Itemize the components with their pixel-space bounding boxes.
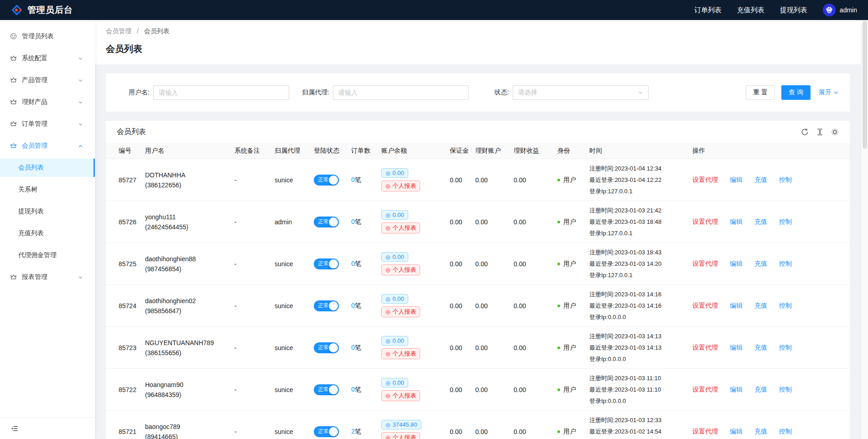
control-link[interactable]: 控制 [779, 302, 792, 309]
set-agent-link[interactable]: 设置代理 [692, 344, 718, 351]
cell-remark: - [231, 201, 271, 243]
sidebar-subitem-recharge-list[interactable]: 充值列表 [0, 224, 95, 243]
set-agent-link[interactable]: 设置代理 [692, 302, 718, 309]
status-toggle[interactable]: 正常 [314, 175, 339, 186]
recharge-link[interactable]: 充值 [754, 386, 767, 393]
recharge-link[interactable]: 充值 [754, 302, 767, 309]
cell-username: daothihonghien02 (985856847) [141, 285, 231, 327]
sidebar-subitem-member-list[interactable]: 会员列表 [0, 159, 95, 177]
recharge-link[interactable]: 充值 [754, 344, 767, 351]
username-filter-input[interactable] [153, 85, 289, 100]
topbar-link-order-list[interactable]: 订单列表 [694, 6, 722, 15]
topbar-link-recharge-list[interactable]: 充值列表 [737, 6, 764, 15]
sidebar-subitem-relation-tree[interactable]: 关系树 [0, 181, 95, 199]
set-agent-link[interactable]: 设置代理 [692, 428, 718, 435]
personal-report-badge[interactable]: ◎个人报表 [381, 348, 420, 359]
search-button[interactable]: 查 询 [781, 85, 811, 100]
sidebar-item-system-config[interactable]: 系统配置 [0, 49, 95, 67]
column-height-icon[interactable] [816, 128, 824, 136]
username-text: yonghu111 [145, 212, 227, 222]
page-scrollbar[interactable] [861, 20, 868, 439]
crown-icon [10, 142, 17, 150]
cell-status: 正常 [310, 411, 348, 439]
control-link[interactable]: 控制 [779, 344, 792, 351]
set-agent-link[interactable]: 设置代理 [692, 176, 718, 183]
cell-finance-profit: 0.00 [510, 159, 554, 201]
eye-icon: ◎ [385, 212, 390, 218]
personal-report-badge[interactable]: ◎个人报表 [381, 222, 420, 233]
personal-report-badge[interactable]: ◎个人报表 [381, 181, 420, 191]
status-toggle[interactable]: 正常 [314, 426, 339, 437]
recharge-link[interactable]: 充值 [754, 218, 767, 225]
edit-link[interactable]: 编辑 [730, 344, 743, 351]
balance-badge[interactable]: ◎0.00 [381, 252, 408, 262]
table-tools [801, 128, 839, 136]
recharge-link[interactable]: 充值 [754, 176, 767, 183]
cell-time: 注册时间:2023-01-04 12:34 最近登录:2023-01-04 12… [586, 159, 689, 201]
status-toggle[interactable]: 正常 [314, 258, 339, 269]
personal-report-badge[interactable]: ◎个人报表 [381, 306, 420, 317]
cell-remark: - [231, 411, 271, 439]
control-link[interactable]: 控制 [779, 218, 792, 225]
balance-badge[interactable]: ◎0.00 [381, 336, 408, 346]
personal-report-badge[interactable]: ◎个人报表 [381, 390, 420, 401]
crown-icon [10, 77, 17, 84]
sidebar-subitem-agent-commission[interactable]: 代理佣金管理 [0, 246, 95, 264]
sidebar-item-finance-products[interactable]: 理财产品 [0, 93, 95, 111]
edit-link[interactable]: 编辑 [730, 260, 743, 267]
last-login-time: 2023-01-04 12:22 [615, 176, 662, 183]
edit-link[interactable]: 编辑 [730, 176, 743, 183]
personal-report-badge[interactable]: ◎个人报表 [381, 432, 420, 439]
settings-gear-icon[interactable] [831, 128, 839, 136]
edit-link[interactable]: 编辑 [730, 428, 743, 435]
cell-agent: sunice [271, 327, 310, 369]
username-text: DOTHANHHA [145, 170, 227, 180]
status-toggle[interactable]: 正常 [314, 384, 339, 395]
breadcrumb-section[interactable]: 会员管理 [106, 27, 131, 35]
sidebar-subitem-withdraw-list[interactable]: 提现列表 [0, 202, 95, 221]
edit-link[interactable]: 编辑 [730, 302, 743, 309]
topbar-link-withdraw-list[interactable]: 提现列表 [780, 6, 807, 15]
recharge-link[interactable]: 充值 [754, 260, 767, 267]
cell-margin: 0.00 [446, 327, 472, 369]
breadcrumb-separator: / [137, 27, 139, 35]
sidebar-item-member-management[interactable]: 会员管理 [0, 137, 95, 155]
balance-badge[interactable]: ◎37445.80 [381, 420, 421, 429]
scrollbar-thumb[interactable] [863, 21, 867, 149]
menu-fold-icon[interactable] [11, 425, 18, 432]
sidebar-item-product-management[interactable]: 产品管理 [0, 71, 95, 89]
set-agent-link[interactable]: 设置代理 [692, 260, 718, 267]
sidebar-item-report-management[interactable]: 报表管理 [0, 268, 95, 286]
sidebar-item-order-management[interactable]: 订单管理 [0, 115, 95, 133]
personal-report-badge[interactable]: ◎个人报表 [381, 264, 420, 275]
agent-filter-input[interactable] [333, 85, 469, 100]
balance-badge[interactable]: ◎0.00 [381, 378, 408, 387]
control-link[interactable]: 控制 [779, 428, 792, 435]
edit-link[interactable]: 编辑 [730, 218, 743, 225]
balance-badge[interactable]: ◎0.00 [381, 210, 408, 220]
control-link[interactable]: 控制 [779, 386, 792, 393]
balance-badge[interactable]: ◎0.00 [381, 294, 408, 304]
expand-link[interactable]: 展开 [819, 88, 839, 97]
control-link[interactable]: 控制 [779, 176, 792, 183]
status-toggle[interactable]: 正常 [314, 217, 339, 227]
user-menu[interactable]: du admin [823, 4, 857, 16]
cell-finance-account: 0.00 [472, 201, 510, 243]
control-link[interactable]: 控制 [779, 260, 792, 267]
cell-username: NGUYENTUANANH789 (386155656) [141, 327, 231, 369]
set-agent-link[interactable]: 设置代理 [692, 218, 718, 225]
column-header: 归属代理 [271, 143, 310, 159]
cell-finance-account: 0.00 [472, 411, 510, 439]
page-title: 会员列表 [106, 43, 850, 55]
filter-status: 状态: 请选择 [494, 85, 649, 100]
edit-link[interactable]: 编辑 [730, 386, 743, 393]
refresh-icon[interactable] [801, 128, 809, 136]
balance-badge[interactable]: ◎0.00 [381, 168, 408, 178]
set-agent-link[interactable]: 设置代理 [692, 386, 718, 393]
sidebar-item-admin-list[interactable]: 管理员列表 [0, 27, 95, 46]
status-filter-select[interactable]: 请选择 [513, 85, 649, 100]
status-toggle[interactable]: 正常 [314, 342, 339, 353]
reset-button[interactable]: 重 置 [746, 85, 775, 100]
status-toggle[interactable]: 正常 [314, 300, 339, 311]
recharge-link[interactable]: 充值 [754, 428, 767, 435]
